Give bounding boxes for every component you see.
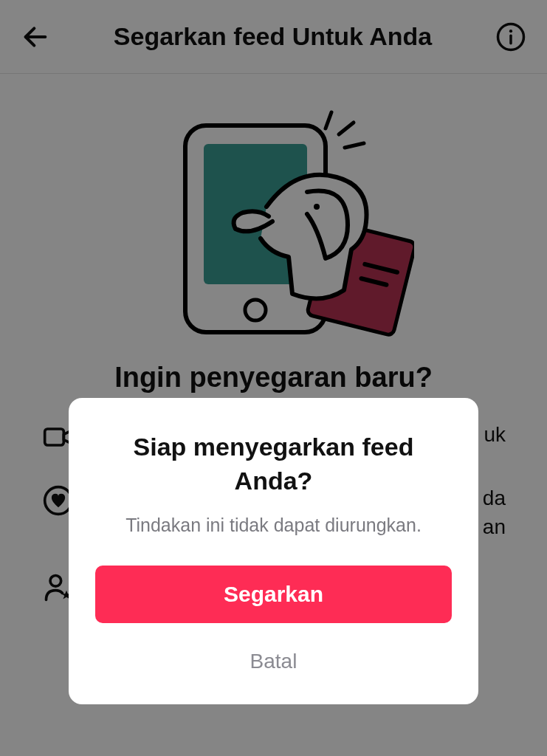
dialog-subtitle: Tindakan ini tidak dapat diurungkan.	[125, 515, 422, 536]
refresh-button[interactable]: Segarkan	[95, 566, 452, 623]
confirm-dialog: Siap menyegarkan feed Anda? Tindakan ini…	[69, 398, 478, 704]
cancel-button[interactable]: Batal	[235, 642, 312, 681]
modal-overlay[interactable]: Siap menyegarkan feed Anda? Tindakan ini…	[0, 0, 547, 756]
dialog-title: Siap menyegarkan feed Anda?	[95, 430, 452, 498]
